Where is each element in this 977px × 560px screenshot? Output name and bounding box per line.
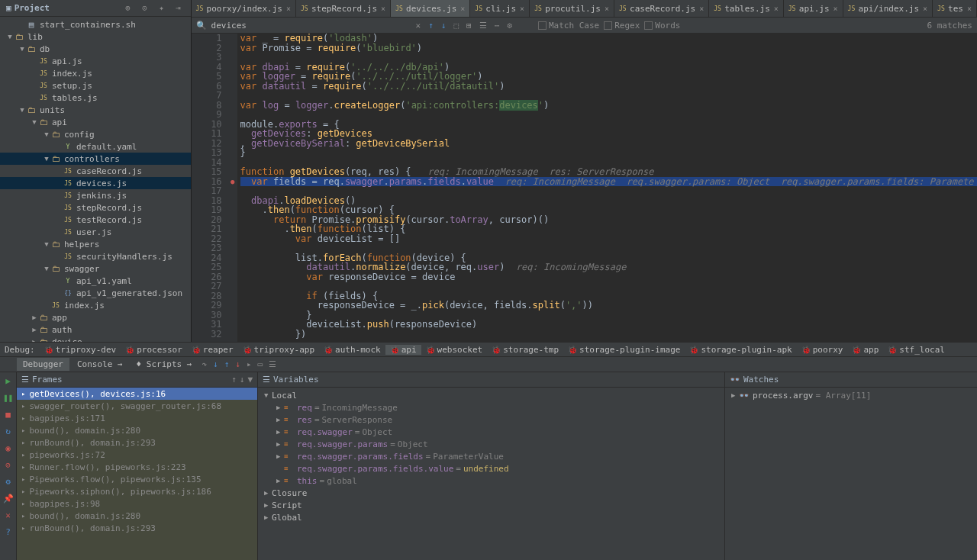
help-icon[interactable]: ? bbox=[3, 526, 14, 537]
stop-icon[interactable]: ■ bbox=[3, 409, 14, 420]
tree-item[interactable]: ▼🗀lib bbox=[0, 31, 191, 43]
editor-tab[interactable]: JSprocutil.js× bbox=[530, 0, 614, 17]
tree-item[interactable]: JScaseRecord.js bbox=[0, 165, 191, 177]
tree-item[interactable]: ▼🗀api bbox=[0, 116, 191, 128]
stack-frame[interactable]: ▸Runner.flow(), pipeworks.js:223 bbox=[17, 461, 257, 473]
variable-row[interactable]: ▶Closure bbox=[258, 487, 724, 499]
tree-item[interactable]: JSsetup.js bbox=[0, 79, 191, 92]
debug-config[interactable]: 🐞stf_local bbox=[883, 345, 950, 355]
prev-match-icon[interactable]: ↑ bbox=[427, 21, 435, 31]
debug-config[interactable]: 🐞websocket bbox=[421, 345, 488, 355]
close-tab-icon[interactable]: × bbox=[699, 5, 704, 13]
pause-icon[interactable]: ❚❚ bbox=[3, 392, 14, 403]
tree-item[interactable]: JSindex.js bbox=[0, 67, 191, 79]
tab-console[interactable]: Console → bbox=[71, 358, 129, 371]
editor-tab[interactable]: JSdevices.js× bbox=[391, 0, 470, 17]
editor-tab[interactable]: JStables.js× bbox=[709, 0, 784, 17]
search-input[interactable] bbox=[211, 21, 410, 31]
pin-icon[interactable]: 📌 bbox=[3, 493, 14, 504]
debug-config[interactable]: 🐞triproxy-dev bbox=[40, 345, 121, 355]
variable-row[interactable]: ▶Global bbox=[258, 511, 724, 523]
run-to-cursor-icon[interactable]: ▸ bbox=[244, 359, 254, 369]
variable-row[interactable]: ▶≡res=ServerResponse bbox=[258, 414, 724, 426]
debug-config[interactable]: 🐞reaper bbox=[187, 345, 238, 355]
tree-item[interactable]: JSstepRecord.js bbox=[0, 201, 191, 214]
add-selection-icon[interactable]: ⊞ bbox=[465, 21, 473, 31]
variable-row[interactable]: ▶≡req.swagger.params=Object bbox=[258, 438, 724, 450]
close-tab-icon[interactable]: × bbox=[605, 5, 609, 13]
close-tab-icon[interactable]: × bbox=[286, 5, 291, 13]
stack-frame[interactable]: ▸bound(), domain.js:280 bbox=[17, 424, 257, 436]
project-tree[interactable]: ▤start_containers.sh▼🗀lib▼🗀dbJSapi.jsJSi… bbox=[0, 17, 191, 342]
more-icon[interactable]: ⋯ bbox=[493, 21, 501, 31]
tree-item[interactable]: ▼🗀units bbox=[0, 104, 191, 116]
debug-config[interactable]: 🐞storage-plugin-apk bbox=[685, 345, 796, 355]
close-tab-icon[interactable]: × bbox=[381, 5, 385, 13]
words-option[interactable]: Words bbox=[644, 21, 680, 31]
collapse-icon[interactable]: ⊕ bbox=[122, 2, 134, 14]
debug-config[interactable]: 🐞auth-mock bbox=[319, 345, 385, 355]
close-tab-icon[interactable]: × bbox=[834, 5, 838, 13]
variable-row[interactable]: ▶≡req.swagger.params.fields=ParameterVal… bbox=[258, 450, 724, 462]
tree-item[interactable]: ▼🗀config bbox=[0, 128, 191, 140]
debug-config[interactable]: 🐞poorxy bbox=[797, 345, 848, 355]
editor-tab[interactable]: JSstepRecord.js× bbox=[296, 0, 391, 17]
hide-icon[interactable]: ⇥ bbox=[173, 2, 185, 14]
tree-item[interactable]: ▶🗀device bbox=[0, 336, 191, 342]
gear-icon[interactable]: ⚙ bbox=[505, 21, 514, 31]
regex-option[interactable]: Regex bbox=[604, 21, 640, 31]
stack-frame[interactable]: ▸Pipeworks.siphon(), pipeworks.js:186 bbox=[17, 485, 257, 497]
tab-debugger[interactable]: Debugger bbox=[17, 358, 69, 371]
tree-item[interactable]: JSindex.js bbox=[0, 299, 191, 311]
stack-frame[interactable]: ▸Pipeworks.flow(), pipeworks.js:135 bbox=[17, 473, 257, 485]
close-tab-icon[interactable]: × bbox=[967, 5, 972, 13]
debug-config[interactable]: 🐞storage-tmp bbox=[487, 345, 563, 355]
tree-item[interactable]: JSuser.js bbox=[0, 226, 191, 238]
threads-icon[interactable]: ☰ bbox=[21, 375, 29, 385]
frame-down-icon[interactable]: ↓ bbox=[240, 375, 245, 385]
tree-item[interactable]: JSjenkins.js bbox=[0, 189, 191, 201]
stack-frame[interactable]: ▸bound(), domain.js:280 bbox=[17, 510, 257, 522]
restart-icon[interactable]: ↻ bbox=[3, 426, 14, 436]
resume-icon[interactable]: ▶ bbox=[3, 375, 14, 386]
variable-row[interactable]: ▼Local bbox=[258, 389, 724, 401]
mute-breakpoints-icon[interactable]: ⊘ bbox=[3, 459, 14, 470]
editor-tab[interactable]: JSapi.js× bbox=[784, 0, 843, 17]
debug-config[interactable]: 🐞api bbox=[385, 345, 421, 355]
debug-config[interactable]: 🐞processor bbox=[121, 345, 187, 355]
view-breakpoints-icon[interactable]: ◉ bbox=[3, 443, 14, 453]
settings-icon[interactable]: ✦ bbox=[156, 2, 168, 14]
tree-item[interactable]: ▼🗀controllers bbox=[0, 153, 191, 165]
close-tab-icon[interactable]: × bbox=[774, 5, 779, 13]
editor-tab[interactable]: JStes× bbox=[933, 0, 977, 17]
clear-icon[interactable]: ✕ bbox=[414, 21, 423, 31]
stack-frame[interactable]: ▸runBound(), domain.js:293 bbox=[17, 436, 257, 449]
code-area[interactable]: 1234567891011121314151617181920212223242… bbox=[192, 34, 977, 342]
close-debug-icon[interactable]: ✕ bbox=[3, 510, 14, 520]
editor-tab[interactable]: JSapi/index.js× bbox=[843, 0, 933, 17]
locate-icon[interactable]: ⊙ bbox=[139, 2, 151, 14]
variable-row[interactable]: ≡req.swagger.params.fields.value=undefin… bbox=[258, 462, 724, 475]
select-all-icon[interactable]: ⬚ bbox=[452, 21, 460, 31]
tree-item[interactable]: ▶🗀app bbox=[0, 311, 191, 323]
tree-item[interactable]: ▼🗀swagger bbox=[0, 262, 191, 275]
debug-config[interactable]: 🐞storage-plugin-image bbox=[563, 345, 685, 355]
more-debug-icon[interactable]: ☰ bbox=[266, 359, 279, 369]
debug-config[interactable]: 🐞app bbox=[847, 345, 883, 355]
tree-item[interactable]: JSapi.js bbox=[0, 55, 191, 67]
evaluate-icon[interactable]: ▭ bbox=[256, 359, 266, 369]
tree-item[interactable]: JStables.js bbox=[0, 92, 191, 104]
tree-item[interactable]: JSsecurityHandlers.js bbox=[0, 250, 191, 262]
stack-frame[interactable]: ▸bagpipes.js:98 bbox=[17, 497, 257, 510]
close-tab-icon[interactable]: × bbox=[520, 5, 524, 13]
tree-item[interactable]: JSdevices.js bbox=[0, 177, 191, 189]
step-into-icon[interactable]: ↓ bbox=[211, 359, 221, 369]
variable-row[interactable]: ▶Script bbox=[258, 499, 724, 511]
next-match-icon[interactable]: ↓ bbox=[440, 21, 448, 31]
settings-debug-icon[interactable]: ⚙ bbox=[3, 476, 14, 487]
variable-row[interactable]: ▶≡req.swagger=Object bbox=[258, 426, 724, 438]
frame-filter-icon[interactable]: ▼ bbox=[247, 375, 253, 385]
tree-item[interactable]: ▼🗀db bbox=[0, 43, 191, 55]
editor-tab[interactable]: JScaseRecord.js× bbox=[614, 0, 709, 17]
variable-row[interactable]: ▶≡this=global bbox=[258, 475, 724, 487]
